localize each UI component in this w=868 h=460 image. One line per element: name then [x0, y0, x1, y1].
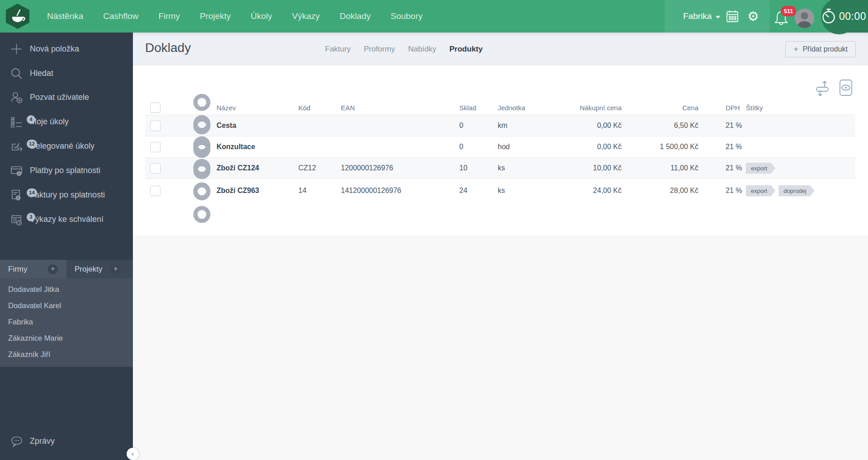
col-header-nazev[interactable]: Název	[217, 104, 298, 112]
tab-nabidky[interactable]: Nabídky	[408, 45, 436, 54]
company-item[interactable]: Dodavatel Karel	[0, 297, 133, 314]
timer-value[interactable]: 00:00	[839, 0, 866, 33]
col-header-stitky[interactable]: Štítky	[746, 104, 855, 112]
col-header-dph[interactable]: DPH	[698, 104, 746, 112]
product-stock: 10	[459, 164, 498, 172]
account-band: Fabrika ⚙	[665, 0, 769, 33]
tag-chip[interactable]: export	[746, 163, 775, 174]
row-checkbox[interactable]	[150, 121, 160, 131]
delegated-check-icon: 12	[10, 140, 23, 152]
products-table: Název Kód EAN Sklad Jednotka Nákupní cen…	[145, 100, 855, 202]
row-checkbox[interactable]	[150, 186, 160, 196]
tag-chip[interactable]: doprodej	[778, 185, 815, 197]
nav-cashflow[interactable]: Cashflow	[103, 11, 138, 21]
table-row[interactable]: Cesta 0 km 0,00 Kč 6,50 Kč 21 %	[145, 115, 855, 136]
product-code: CZ12	[298, 164, 341, 172]
account-name: Fabrika	[683, 11, 712, 21]
tab-proformy[interactable]: Proformy	[364, 45, 395, 54]
product-name[interactable]: Zboží CZ124	[217, 164, 298, 172]
sidebar-item-overdue-payments[interactable]: ! Platby po splatnosti	[0, 158, 133, 183]
sidebar-item-overdue-invoices[interactable]: ! 14 Faktury po splatnosti	[0, 183, 133, 207]
product-price: 1 500,00 Kč	[622, 143, 698, 151]
sidebar-tab-firmy[interactable]: Firmy +	[0, 260, 66, 278]
page-title: Doklady	[145, 41, 191, 55]
nav-doklady[interactable]: Doklady	[340, 11, 371, 21]
product-purchase-price: 24,00 Kč	[552, 187, 622, 195]
row-checkbox[interactable]	[150, 163, 160, 174]
tag-chip[interactable]: export	[746, 185, 775, 197]
account-switcher[interactable]: Fabrika	[683, 0, 720, 33]
tab-faktury[interactable]: Faktury	[325, 45, 351, 54]
row-height-icon[interactable]	[813, 79, 832, 98]
tab-label: Projekty	[75, 265, 102, 274]
tab-label: Firmy	[8, 265, 27, 274]
sidebar-item-label: Pozvat uživatele	[30, 93, 89, 102]
nav-ukoly[interactable]: Úkoly	[251, 11, 273, 21]
sidebar-tab-projekty[interactable]: Projekty +	[66, 260, 133, 278]
col-header-jednotka[interactable]: Jednotka	[498, 104, 552, 112]
table-row[interactable]: Konzultace 0 hod 0,00 Kč 1 500,00 Kč 21 …	[145, 136, 855, 157]
add-product-button[interactable]: + Přidat produkt	[785, 41, 856, 57]
company-item[interactable]: Zákazník Jiří	[0, 346, 133, 362]
product-ean: 1200000126976	[341, 164, 459, 172]
add-project-button[interactable]: +	[111, 264, 121, 274]
company-list: Dodavatel Jitka Dodavatel Karel Fabrika …	[0, 278, 133, 367]
product-stock: 24	[459, 187, 498, 195]
sidebar-item-delegated-tasks[interactable]: 12 Delegované úkoly	[0, 134, 133, 158]
product-purchase-price: 0,00 Kč	[552, 143, 622, 151]
stopwatch-icon[interactable]	[820, 8, 837, 25]
sidebar-item-label: Hledat	[30, 69, 53, 78]
select-all-checkbox[interactable]	[150, 103, 160, 113]
col-header-ean[interactable]: EAN	[341, 104, 459, 112]
product-unit: ks	[498, 164, 552, 172]
table-row[interactable]: Zboží CZ963 14 141200000126976 24 ks 24,…	[145, 178, 855, 202]
reports-approval-badge: 3	[27, 213, 35, 221]
app-logo-icon[interactable]	[6, 4, 29, 29]
product-vat: 21 %	[698, 187, 746, 195]
nav-firmy[interactable]: Firmy	[158, 11, 179, 21]
row-checkbox[interactable]	[150, 142, 160, 152]
drag-handle-icon[interactable]	[187, 153, 217, 229]
user-avatar[interactable]	[795, 9, 814, 28]
col-header-nakupni-cena[interactable]: Nákupní cena	[552, 104, 622, 112]
product-name[interactable]: Cesta	[217, 122, 298, 130]
sidebar-item-label: Platby po splatnosti	[30, 166, 100, 175]
content-header: Doklady Faktury Proformy Nabídky Produkt…	[133, 33, 868, 66]
calendar-icon[interactable]	[725, 9, 740, 23]
delegated-tasks-badge: 12	[27, 140, 37, 148]
company-item[interactable]: Dodavatel Jitka	[0, 281, 133, 297]
col-header-cena[interactable]: Cena	[622, 104, 698, 112]
my-tasks-badge: 4	[27, 115, 35, 124]
table-row[interactable]: Zboží CZ124 CZ12 1200000126976 10 ks 10,…	[145, 157, 855, 178]
product-tags: export doprodej	[746, 185, 855, 197]
col-header-kod[interactable]: Kód	[298, 104, 341, 112]
overdue-invoices-badge: 14	[27, 188, 37, 197]
sidebar-item-new-item[interactable]: Nová položka	[0, 37, 133, 61]
gear-icon[interactable]: ⚙	[746, 9, 760, 23]
col-header-sklad[interactable]: Sklad	[459, 104, 498, 112]
sidebar-item-messages[interactable]: Zprávy	[0, 429, 133, 453]
sidebar-collapse-button[interactable]: ‹	[127, 448, 139, 460]
add-product-label: Přidat produkt	[802, 45, 848, 53]
nav-nastenka[interactable]: Nástěnka	[47, 11, 83, 21]
sidebar-item-my-tasks[interactable]: 4 Moje úkoly	[0, 109, 133, 134]
product-name[interactable]: Konzultace	[217, 143, 298, 151]
company-item[interactable]: Fabrika	[0, 314, 133, 330]
product-name[interactable]: Zboží CZ963	[217, 187, 298, 195]
column-visibility-icon[interactable]	[836, 78, 855, 97]
chat-bubble-icon	[10, 435, 23, 447]
product-price: 11,00 Kč	[622, 164, 698, 172]
tab-produkty[interactable]: Produkty	[449, 45, 483, 54]
sidebar-item-label: Nová položka	[30, 44, 79, 54]
nav-vykazy[interactable]: Výkazy	[292, 11, 320, 21]
company-item[interactable]: Zákaznice Marie	[0, 330, 133, 346]
sidebar-item-search[interactable]: Hledat	[0, 61, 133, 85]
nav-projekty[interactable]: Projekty	[200, 11, 231, 21]
sidebar-item-invite-user[interactable]: Pozvat uživatele	[0, 85, 133, 109]
add-company-button[interactable]: +	[48, 264, 58, 274]
topbar: Nástěnka Cashflow Firmy Projekty Úkoly V…	[0, 0, 868, 33]
product-ean: 141200000126976	[341, 187, 459, 195]
sidebar-item-reports-approval[interactable]: 3 Výkazy ke schválení	[0, 207, 133, 231]
product-purchase-price: 0,00 Kč	[552, 122, 622, 130]
nav-soubory[interactable]: Soubory	[391, 11, 423, 21]
